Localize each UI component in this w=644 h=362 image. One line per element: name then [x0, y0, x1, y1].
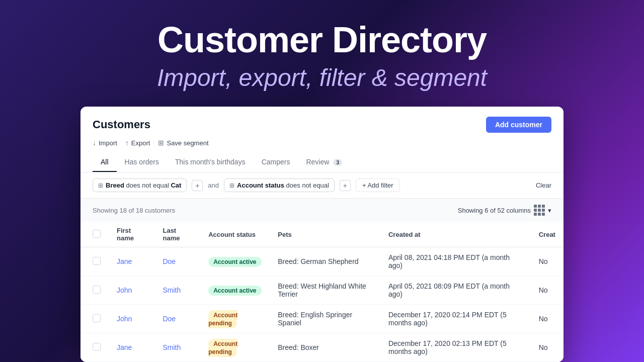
columns-chevron-icon: ▾	[548, 207, 551, 214]
last-name-link-2[interactable]: Doe	[163, 315, 176, 323]
row-account-status-2: Account pending	[200, 305, 270, 333]
row-first-name-2: John	[109, 305, 154, 333]
panel-header: Customers Add customer ↓ Import ↑ Export…	[80, 107, 564, 172]
filter-status-add-button[interactable]: +	[340, 180, 351, 191]
row-pets-2: Breed: English Springer Spaniel	[270, 305, 380, 333]
customers-table: First name Last name Account status Pets	[80, 222, 564, 362]
filter-account-status[interactable]: ⊞ Account status does not equal	[224, 178, 335, 192]
row-checkbox-3[interactable]	[93, 343, 101, 351]
header-first-name[interactable]: First name	[109, 222, 154, 247]
row-checkbox-cell	[80, 305, 109, 333]
and-label: and	[208, 182, 219, 189]
header-account-status[interactable]: Account status	[200, 222, 270, 247]
action-row: ↓ Import ↑ Export ⊞ Save segment	[93, 139, 551, 147]
clear-filters-button[interactable]: Clear	[536, 182, 551, 189]
header-pets[interactable]: Pets	[270, 222, 380, 247]
row-account-status-3: Account pending	[200, 333, 270, 362]
row-pets-3: Breed: Boxer	[270, 333, 380, 362]
row-created-at-2: December 17, 2020 02:14 PM EDT (5 months…	[380, 305, 531, 333]
customers-panel: Customers Add customer ↓ Import ↑ Export…	[80, 107, 564, 362]
first-name-link-1[interactable]: John	[117, 286, 132, 294]
row-checkbox-2[interactable]	[93, 314, 101, 322]
table-row: John Doe Account pending Breed: English …	[80, 305, 564, 333]
row-last-name-3: Smith	[154, 333, 200, 362]
table-header-row: First name Last name Account status Pets	[80, 222, 564, 247]
first-name-link-0[interactable]: Jane	[117, 257, 132, 265]
status-badge-0: Account active	[208, 257, 261, 267]
columns-grid-icon	[534, 205, 545, 216]
tab-all[interactable]: All	[93, 153, 117, 172]
row-extra-2: No	[531, 305, 564, 333]
select-all-checkbox[interactable]	[93, 230, 101, 238]
header-extra[interactable]: Creat	[531, 222, 564, 247]
last-name-link-1[interactable]: Smith	[163, 286, 181, 294]
last-name-link-0[interactable]: Doe	[163, 257, 176, 265]
header-created-at[interactable]: Created at	[380, 222, 531, 247]
save-segment-icon: ⊞	[158, 139, 164, 147]
table-row: Jane Smith Account pending Breed: Boxer …	[80, 333, 564, 362]
panel-top-row: Customers Add customer	[93, 117, 551, 133]
status-badge-2: Account pending	[208, 310, 237, 328]
columns-text: Showing 6 of 52 columns	[458, 207, 531, 214]
showing-count: Showing 18 of 18 customers	[93, 207, 175, 214]
row-extra-0: No	[531, 247, 564, 276]
row-extra-3: No	[531, 333, 564, 362]
row-checkbox-1[interactable]	[93, 286, 101, 294]
import-icon: ↓	[93, 139, 96, 147]
tab-birthdays[interactable]: This month's birthdays	[167, 153, 254, 172]
save-segment-button[interactable]: ⊞ Save segment	[158, 139, 208, 147]
status-badge-3: Account pending	[208, 339, 237, 357]
filters-row: ⊞ Breed does not equal Cat + and ⊞ Accou…	[80, 172, 564, 199]
hero-section: Customer Directory Import, export, filte…	[0, 0, 644, 107]
tab-has-orders[interactable]: Has orders	[117, 153, 167, 172]
row-last-name-1: Smith	[154, 276, 200, 305]
last-name-link-3[interactable]: Smith	[163, 343, 181, 351]
export-icon: ↑	[125, 139, 129, 147]
panel-title: Customers	[93, 118, 150, 131]
tab-campers[interactable]: Campers	[254, 153, 298, 172]
row-first-name-3: Jane	[109, 333, 154, 362]
table-meta: Showing 18 of 18 customers Showing 6 of …	[80, 199, 564, 222]
filter-breed-icon: ⊞	[98, 182, 103, 189]
export-button[interactable]: ↑ Export	[125, 139, 150, 147]
row-last-name-0: Doe	[154, 247, 200, 276]
add-customer-button[interactable]: Add customer	[486, 117, 551, 133]
row-account-status-1: Account active	[200, 276, 270, 305]
tabs-row: All Has orders This month's birthdays Ca…	[93, 153, 551, 172]
row-last-name-2: Doe	[154, 305, 200, 333]
row-checkbox-cell	[80, 333, 109, 362]
row-pets-0: Breed: German Shepherd	[270, 247, 380, 276]
filter-breed-add-button[interactable]: +	[192, 180, 203, 191]
row-extra-1: No	[531, 276, 564, 305]
row-checkbox-0[interactable]	[93, 257, 101, 265]
row-pets-1: Breed: West Highland White Terrier	[270, 276, 380, 305]
filter-status-icon: ⊞	[229, 182, 234, 189]
filter-breed[interactable]: ⊞ Breed does not equal Cat	[93, 178, 187, 192]
row-created-at-3: December 17, 2020 02:13 PM EDT (5 months…	[380, 333, 531, 362]
panel-body: Showing 18 of 18 customers Showing 6 of …	[80, 199, 564, 362]
hero-title: Customer Directory	[10, 20, 634, 60]
hero-subtitle: Import, export, filter & segment	[10, 64, 634, 92]
row-created-at-1: April 05, 2021 08:09 PM EDT (a month ago…	[380, 276, 531, 305]
columns-selector[interactable]: Showing 6 of 52 columns ▾	[458, 205, 551, 216]
row-account-status-0: Account active	[200, 247, 270, 276]
tab-review[interactable]: Review 3	[298, 153, 350, 172]
row-created-at-0: April 08, 2021 04:18 PM EDT (a month ago…	[380, 247, 531, 276]
customers-table-wrapper: First name Last name Account status Pets	[80, 222, 564, 362]
first-name-link-3[interactable]: Jane	[117, 343, 132, 351]
import-button[interactable]: ↓ Import	[93, 139, 117, 147]
review-badge: 3	[333, 159, 342, 166]
row-checkbox-cell	[80, 247, 109, 276]
header-last-name[interactable]: Last name	[154, 222, 200, 247]
table-row: John Smith Account active Breed: West Hi…	[80, 276, 564, 305]
row-first-name-1: John	[109, 276, 154, 305]
add-filter-button[interactable]: + Add filter	[356, 178, 400, 192]
header-checkbox-col	[80, 222, 109, 247]
table-row: Jane Doe Account active Breed: German Sh…	[80, 247, 564, 276]
first-name-link-2[interactable]: John	[117, 315, 132, 323]
row-checkbox-cell	[80, 276, 109, 305]
status-badge-1: Account active	[208, 286, 261, 296]
row-first-name-0: Jane	[109, 247, 154, 276]
